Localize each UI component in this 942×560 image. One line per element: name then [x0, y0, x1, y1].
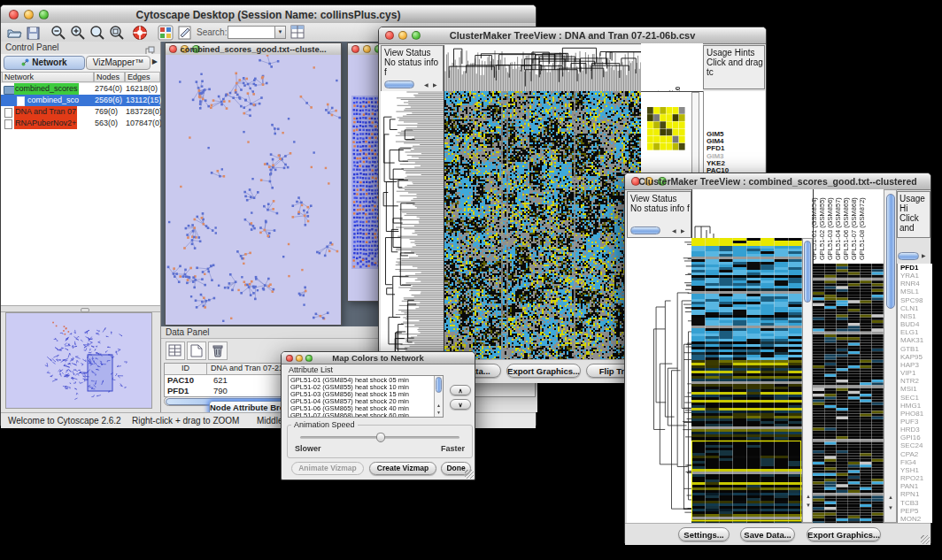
- resize-grip[interactable]: [921, 535, 930, 544]
- vizmap-icon[interactable]: [158, 25, 175, 41]
- minimize-button[interactable]: [363, 45, 371, 53]
- tv1-heatmap[interactable]: [444, 91, 641, 359]
- data-table-row-value[interactable]: 621: [213, 375, 228, 385]
- save-data-button[interactable]: Save Data...: [740, 527, 795, 541]
- scroll-left-icon[interactable]: ◀: [424, 82, 429, 88]
- attribute-list-item[interactable]: GPL51-01 (GSM854) heat shock 05 min: [290, 377, 433, 384]
- network-list-item[interactable]: combined_sco2569(6)13112(15): [1, 95, 160, 106]
- delete-attribute-icon[interactable]: [208, 341, 228, 360]
- slider-thumb[interactable]: [376, 433, 385, 442]
- dialog-titlebar[interactable]: Map Colors to Network: [282, 352, 475, 364]
- tv2-row-dendrogram[interactable]: [627, 238, 691, 523]
- tv2-gene-label[interactable]: BUD4: [898, 320, 932, 328]
- panel-splitter[interactable]: [1, 305, 160, 312]
- scroll-right-icon[interactable]: ▶: [922, 253, 926, 259]
- scroll-left-icon[interactable]: ◀: [672, 228, 676, 234]
- attribute-list-vscrollbar[interactable]: ▲ ▼: [434, 376, 443, 417]
- data-table-row-value[interactable]: 790: [213, 386, 228, 395]
- tv2-gene-label[interactable]: CLN1: [898, 304, 932, 312]
- zoom-out-icon[interactable]: [50, 25, 68, 41]
- zoom-fit-icon[interactable]: [89, 25, 107, 41]
- data-table-row-id[interactable]: PFD1: [167, 386, 189, 395]
- tv2-secondary-heatmap[interactable]: [813, 264, 884, 523]
- save-icon[interactable]: [25, 25, 42, 41]
- tv2-gene-label[interactable]: PFD1: [898, 264, 932, 272]
- tv2-gene-label[interactable]: VIP1: [898, 369, 932, 377]
- tv2-gene-label[interactable]: PAN1: [898, 482, 932, 490]
- resize-grip[interactable]: [465, 470, 474, 479]
- network-list-item[interactable]: DNA and Tran 07769(0)183728(0): [1, 106, 160, 118]
- network-view-titlebar[interactable]: combined_scores_good.txt--cluste...: [166, 43, 341, 56]
- tv1-selected-submatrix-heatmap[interactable]: [647, 107, 685, 150]
- tv2-gene-label[interactable]: PHO81: [898, 410, 932, 418]
- tv2-column-label[interactable]: GPL51-08 (GSM872): [859, 197, 866, 260]
- attribute-select-icon[interactable]: [166, 341, 185, 360]
- tv2-gene-label[interactable]: GTB1: [898, 345, 932, 353]
- tv2-main-heatmap[interactable]: [691, 238, 802, 523]
- network-list-item[interactable]: RNAPuberNov2+563(0)107847(0): [1, 118, 160, 129]
- tv2-column-dendrogram[interactable]: [691, 189, 814, 238]
- animation-speed-slider[interactable]: [300, 436, 459, 439]
- search-dropdown-button[interactable]: ▼: [274, 26, 286, 39]
- data-table-row-id[interactable]: PAC10: [167, 375, 194, 385]
- view-status-scrollbar[interactable]: [630, 226, 660, 234]
- scroll-right-icon[interactable]: ▶: [433, 82, 437, 88]
- attribute-list-item[interactable]: GPL51-06 (GSM865) heat shock 40 min: [290, 405, 433, 412]
- network-list-item[interactable]: combined_scores2764(0)16218(0): [1, 83, 160, 95]
- tv2-gene-label[interactable]: CPA2: [898, 450, 932, 458]
- tv2-gene-label[interactable]: SEC1: [898, 394, 932, 402]
- help-lifesaver-icon[interactable]: [132, 25, 150, 41]
- tv2-gene-label[interactable]: TCB3: [898, 499, 932, 507]
- tv2-gene-label[interactable]: RNR4: [898, 280, 932, 288]
- tv2-heatmap-vscrollbar[interactable]: ▲ ▼: [802, 238, 813, 523]
- tv2-titlebar[interactable]: ClusterMaker TreeView : combined_scores_…: [625, 173, 930, 190]
- more-tabs-button[interactable]: ▶: [152, 58, 158, 65]
- tv2-gene-label[interactable]: MON2: [898, 515, 932, 523]
- tv2-column-label[interactable]: GPL51-02 (GSM855): [819, 197, 826, 260]
- tv2-gene-label[interactable]: RPN1: [898, 490, 932, 498]
- tv1-row-dendrogram[interactable]: [381, 91, 444, 359]
- tv2-gene-label[interactable]: YRA1: [898, 272, 932, 280]
- tv2-gene-label[interactable]: MSL1: [898, 288, 932, 295]
- scroll-down-icon[interactable]: ▼: [888, 505, 893, 511]
- scroll-down-icon[interactable]: ▼: [436, 410, 441, 416]
- tv2-gene-label[interactable]: NTR2: [898, 377, 932, 385]
- tv2-gene-label[interactable]: HRD3: [898, 426, 932, 433]
- attribute-list-item[interactable]: GPL51-03 (GSM856) heat shock 15 min: [290, 391, 433, 398]
- tv1-titlebar[interactable]: ClusterMaker TreeView : DNA and Tran 07-…: [379, 27, 766, 44]
- tv2-gene-label[interactable]: MSI1: [898, 385, 932, 393]
- zoom-selected-icon[interactable]: [109, 25, 127, 41]
- birdseye-overview[interactable]: [5, 312, 152, 409]
- attribute-list-item[interactable]: GPL51-04 (GSM857) heat shock 20 min: [290, 398, 433, 405]
- create-vizmap-button[interactable]: Create Vizmap: [369, 462, 436, 475]
- scroll-up-icon[interactable]: ▲: [806, 494, 811, 500]
- tv2-gene-label[interactable]: PUF3: [898, 418, 932, 426]
- tv2-column-label[interactable]: GPL51-04 (GSM857): [835, 197, 842, 260]
- tv2-gene-label[interactable]: SPC98: [898, 296, 932, 304]
- view-status-scrollbar[interactable]: [384, 81, 414, 88]
- network-canvas[interactable]: [166, 55, 341, 325]
- attribute-list-item[interactable]: GPL51-02 (GSM855) heat shock 10 min: [290, 384, 433, 391]
- scroll-right-icon[interactable]: ▶: [681, 228, 685, 234]
- attribute-list-item[interactable]: GPL51-07 (GSM868) heat shock 60 min: [290, 412, 433, 418]
- tv2-gene-vscrollbar[interactable]: ▲ ▼: [884, 189, 897, 523]
- tv2-gene-label[interactable]: HMG1: [898, 402, 932, 410]
- tv2-gene-label[interactable]: YSH1: [898, 466, 932, 474]
- tv2-gene-label[interactable]: RPO21: [898, 474, 932, 482]
- tv1-column-dendrogram[interactable]: [444, 45, 642, 92]
- tv2-gene-label[interactable]: KAP95: [898, 353, 932, 361]
- new-attribute-icon[interactable]: [187, 341, 206, 360]
- tv2-gene-label[interactable]: FIG4: [898, 458, 932, 466]
- tv2-column-label[interactable]: GPL51-03 (GSM856): [827, 197, 834, 260]
- tv2-gene-label[interactable]: GPI16: [898, 433, 932, 441]
- settings-button[interactable]: Settings...: [678, 527, 730, 541]
- export-graphics-button[interactable]: Export Graphics...: [506, 364, 581, 378]
- main-titlebar[interactable]: Cytoscape Desktop (Session Name: collins…: [1, 5, 536, 24]
- network-table-icon[interactable]: [290, 25, 308, 41]
- move-down-button[interactable]: ∨: [450, 399, 471, 410]
- tv2-usage-scrollbar[interactable]: ▶: [897, 251, 930, 263]
- tv2-gene-label[interactable]: HAP3: [898, 361, 932, 369]
- search-input[interactable]: [228, 26, 275, 39]
- annotation-icon[interactable]: [177, 25, 195, 41]
- tv2-column-label[interactable]: GPL51-06 (GSM865): [843, 197, 850, 260]
